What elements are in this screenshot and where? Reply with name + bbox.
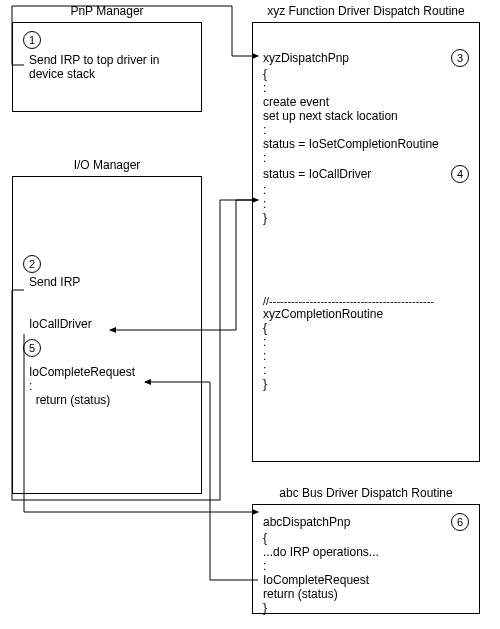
func-box: xyzDispatchPnp 3 { : create event set up… — [252, 22, 480, 24]
pnp-title: PnP Manager — [12, 4, 202, 18]
pnp-box: 1 Send IRP to top driver in device stack — [12, 22, 202, 24]
func-title: xyz Function Driver Dispatch Routine — [252, 4, 480, 18]
